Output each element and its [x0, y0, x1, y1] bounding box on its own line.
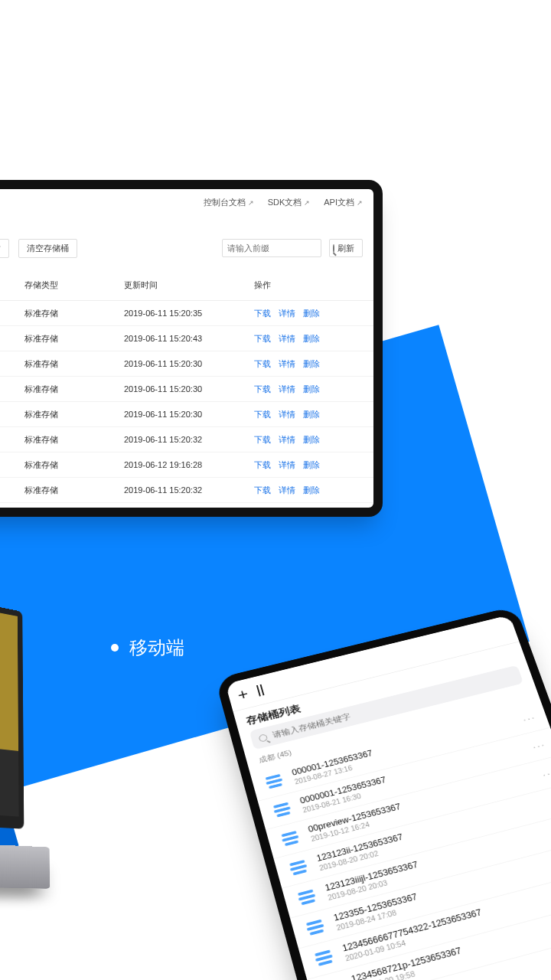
- tab-console-doc[interactable]: 控制台文档↗: [204, 197, 254, 208]
- bucket-icon: [278, 828, 303, 850]
- download-link[interactable]: 下载: [254, 384, 271, 394]
- download-link[interactable]: 下载: [254, 435, 271, 444]
- table-row: 标准存储2019-06-11 15:20:30下载详情删除: [0, 377, 373, 402]
- bucket-icon: [294, 887, 320, 908]
- download-link[interactable]: 下载: [254, 460, 271, 469]
- laptop-mockup: [0, 594, 37, 922]
- delete-link[interactable]: 删除: [303, 334, 320, 343]
- table-row: 标准存储2019-06-11 15:20:33下载详情删除: [0, 503, 373, 508]
- more-icon[interactable]: ···: [521, 711, 537, 724]
- download-link[interactable]: 下载: [254, 485, 271, 495]
- table-row: 标准存储2019-06-11 15:20:32下载详情删除: [0, 427, 373, 452]
- prefix-search[interactable]: [222, 239, 321, 257]
- delete-link[interactable]: 删除: [303, 384, 320, 394]
- table-row: 标准存储2019-06-12 19:16:28下载详情删除: [0, 452, 373, 478]
- cell-storage-type: 标准存储: [24, 485, 124, 496]
- bucket-icon: [270, 800, 295, 821]
- doc-tabs: 控制台文档↗ SDK文档↗ API文档↗: [204, 197, 363, 208]
- tab-api-doc[interactable]: API文档↗: [324, 197, 363, 208]
- prefix-search-input[interactable]: [227, 243, 333, 253]
- table-row: 标准存储2019-06-11 15:20:30下载详情删除: [0, 351, 373, 377]
- detail-link[interactable]: 详情: [279, 485, 295, 495]
- detail-link[interactable]: 详情: [279, 309, 295, 318]
- cell-update-time: 2019-06-11 15:20:32: [124, 485, 254, 495]
- detail-link[interactable]: 详情: [279, 334, 295, 343]
- cell-storage-type: 标准存储: [24, 308, 124, 319]
- desktop-window: 控制台文档↗ SDK文档↗ API文档↗ 粘贴 清空存储桶 刷新 存储类型 更新…: [0, 180, 383, 517]
- col-storage-type: 存储类型: [24, 279, 124, 291]
- detail-link[interactable]: 详情: [279, 435, 295, 444]
- delete-link[interactable]: 删除: [303, 460, 320, 469]
- bucket-icon: [311, 947, 337, 969]
- delete-link[interactable]: 删除: [303, 435, 320, 444]
- bucket-icon: [262, 772, 286, 792]
- bucket-icon: [302, 916, 328, 939]
- delete-link[interactable]: 删除: [303, 485, 320, 495]
- external-icon: ↗: [304, 199, 310, 207]
- detail-link[interactable]: 详情: [279, 384, 295, 394]
- download-link[interactable]: 下载: [254, 334, 271, 343]
- mobile-label: 移动端: [129, 635, 184, 660]
- col-ops: 操作: [254, 279, 363, 291]
- cell-storage-type: 标准存储: [24, 459, 124, 471]
- cell-storage-type: 标准存储: [24, 434, 124, 446]
- cell-storage-type: 标准存储: [24, 333, 124, 345]
- object-table: 存储类型 更新时间 操作 标准存储2019-06-11 15:20:35下载详情…: [0, 270, 373, 508]
- cell-update-time: 2019-06-11 15:20:30: [124, 359, 254, 368]
- download-link[interactable]: 下载: [254, 410, 271, 419]
- cell-update-time: 2019-06-12 19:16:28: [124, 460, 254, 469]
- cell-update-time: 2019-06-11 15:20:32: [124, 435, 254, 444]
- clear-bucket-button[interactable]: 清空存储桶: [18, 239, 77, 258]
- cell-update-time: 2019-06-11 15:20:30: [124, 384, 254, 394]
- sort-icon[interactable]: [256, 684, 265, 696]
- external-icon: ↗: [248, 199, 254, 207]
- paste-button[interactable]: 粘贴: [0, 239, 9, 258]
- external-icon: ↗: [357, 199, 363, 207]
- tab-sdk-doc[interactable]: SDK文档↗: [268, 197, 311, 208]
- cell-storage-type: 标准存储: [24, 358, 124, 370]
- delete-link[interactable]: 删除: [303, 309, 320, 318]
- download-link[interactable]: 下载: [254, 359, 271, 368]
- search-icon: [258, 733, 268, 743]
- detail-link[interactable]: 详情: [279, 410, 295, 419]
- cell-storage-type: 标准存储: [24, 409, 124, 420]
- more-icon[interactable]: ···: [531, 739, 547, 752]
- cell-update-time: 2019-06-11 15:20:43: [124, 334, 254, 343]
- add-bucket-button[interactable]: +: [236, 684, 250, 704]
- more-icon[interactable]: ···: [541, 766, 551, 779]
- cell-update-time: 2019-06-11 15:20:30: [124, 410, 254, 419]
- search-icon: [333, 244, 334, 253]
- delete-link[interactable]: 删除: [303, 410, 320, 419]
- table-row: 标准存储2019-06-11 15:20:30下载详情删除: [0, 402, 373, 427]
- table-row: 标准存储2019-06-11 15:20:35下载详情删除: [0, 301, 373, 326]
- bullet-dot: [111, 644, 119, 652]
- bucket-icon: [286, 858, 311, 879]
- col-update-time: 更新时间: [124, 279, 254, 291]
- detail-link[interactable]: 详情: [279, 460, 295, 469]
- cell-update-time: 2019-06-11 15:20:35: [124, 309, 254, 318]
- download-link[interactable]: 下载: [254, 309, 271, 318]
- mobile-section-title: 移动端: [111, 635, 184, 660]
- detail-link[interactable]: 详情: [279, 359, 295, 368]
- table-row: 标准存储2019-06-11 15:20:32下载详情删除: [0, 478, 373, 503]
- cell-storage-type: 标准存储: [24, 384, 124, 395]
- table-row: 标准存储2019-06-11 15:20:43下载详情删除: [0, 326, 373, 351]
- delete-link[interactable]: 删除: [303, 359, 320, 368]
